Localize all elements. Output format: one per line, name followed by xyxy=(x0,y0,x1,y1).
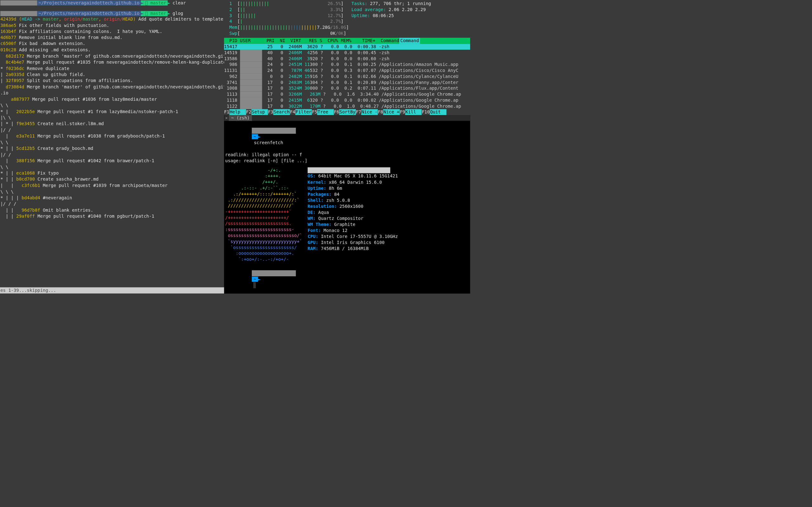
sysinfo-row: Font: Monaco 12 xyxy=(308,228,398,233)
sysinfo-row: OS: 64bit Mac OS X 10.11.6 15G1421 xyxy=(308,173,398,179)
git-log-output[interactable]: 42439d (HEAD -> master, origin/master, o… xyxy=(0,16,224,220)
log-line: 010c28 Add missing .md extensions. xyxy=(0,47,224,53)
log-line: \ \ xyxy=(0,139,224,146)
process-row[interactable]: 1113 17 0 3266M 263M ? 0.0 1.6 3:34.40 /… xyxy=(224,91,470,97)
prompt-line-1: ~/Projects/neveragaindottech.github.io ►… xyxy=(0,0,224,5)
log-line: 42439d (HEAD -> master, origin/master, o… xyxy=(0,16,224,22)
log-line: a887977 Merge pull request #1036 from la… xyxy=(0,96,224,102)
log-line: 386ae5 Fix other fields with punctuation… xyxy=(0,22,224,28)
log-line: c6500f Fix bad .mdown extension. xyxy=(0,41,224,47)
screenfetch-pane: × ~ (zsh) ~► screenfetch readlink: illeg… xyxy=(224,115,470,293)
log-line: * | | eca1068 Fix typo xyxy=(0,170,224,176)
log-line: 163b4f Fix affiliations containing colon… xyxy=(0,29,224,35)
log-line: 8c4b4e7 Merge pull request #1035 from ne… xyxy=(0,59,224,65)
process-row[interactable]: 15417 25 0 2406M 3620 ? 0.0 0.0 0:00.38 … xyxy=(224,44,470,50)
log-line: |\ \ xyxy=(0,115,224,121)
cpu-meter: 4 [| 2.7%] xyxy=(224,19,470,25)
sysinfo-row: WM Theme: Graphite xyxy=(308,222,398,228)
log-line: .io xyxy=(0,90,224,96)
log-line: | 2a0335d Clean up github field. xyxy=(0,72,224,78)
log-line: 4d6b77 Remove initial blank line from ed… xyxy=(0,35,224,41)
log-line: * f0236dc Remove duplicate xyxy=(0,66,224,72)
close-icon[interactable]: × xyxy=(224,115,229,120)
sysinfo-row: GPU: Intel Iris Graphics 6100 xyxy=(308,239,398,245)
log-line: * | | | bd4abd4 #neveragain xyxy=(0,195,224,201)
log-line: \ \ xyxy=(0,164,224,170)
process-row[interactable]: 1118 17 0 2415M 6320 ? 0.0 0.0 0:00.02 /… xyxy=(224,97,470,103)
prompt-line-2: ~/Projects/neveragaindottech.github.io ►… xyxy=(0,11,224,16)
sysinfo-row: RAM: 7456MiB / 16384MiB xyxy=(308,245,398,251)
sf-prompt: ~► screenfetch xyxy=(225,122,470,152)
process-row[interactable]: 962 0 0 2482M 15916 ? 0.0 0.1 0:02.66 /A… xyxy=(224,73,470,79)
git-log-pane: ~/Projects/neveragaindottech.github.io ►… xyxy=(0,0,224,293)
sf-error: readlink: illegal option -- f xyxy=(225,152,470,158)
sf-prompt-2[interactable]: ~► xyxy=(225,264,470,294)
log-line: * | 2022b5e Merge pull request #1 from l… xyxy=(0,109,224,115)
log-footer: es 1-39...skipping... xyxy=(0,287,224,293)
sysinfo-row: DE: Aqua xyxy=(308,210,398,216)
log-line: | * | f9e3455 Create neil.stoker.l8m.md xyxy=(0,121,224,127)
htop-fnkeys[interactable]: F1Help F2Setup F3SearchF4FilterF5Tree F6… xyxy=(224,109,470,115)
log-line: 682d172 Merge branch 'master' of github.… xyxy=(0,53,224,59)
log-line: | | 96d7b8f Omit blank entries. xyxy=(0,207,224,213)
log-line: |/ / xyxy=(0,127,224,133)
log-line: | | 29af0ff Merge pull request #1040 fro… xyxy=(0,213,224,219)
sysinfo-row: Resolution: 2560x1600 xyxy=(308,204,398,210)
process-row[interactable]: 14519 40 0 2406M 4256 ? 0.0 0.0 0:00.45 … xyxy=(224,50,470,56)
sysinfo-row: CPU: Intel Core i7-5557U @ 3.10GHz xyxy=(308,233,398,239)
log-line: | | c3fc6b1 Merge pull request #1039 fro… xyxy=(0,182,224,188)
sf-error: usage: readlink [-n] [file ...] xyxy=(225,158,470,164)
htop-process-list[interactable]: 15417 25 0 2406M 3620 ? 0.0 0.0 0:00.38 … xyxy=(224,44,470,109)
cpu-meter: 2 [|| 3.3%] Load average: 2.06 2.20 2.29 xyxy=(224,7,470,13)
process-row[interactable]: 3741 17 0 2483M 16304 ? 0.0 0.1 0:20.89 … xyxy=(224,79,470,86)
sysinfo-row: Kernel: x86_64 Darwin 15.6.0 xyxy=(308,179,398,185)
process-row[interactable]: 13586 40 0 2406M 3920 ? 0.0 0.0 0:00.60 … xyxy=(224,56,470,62)
log-line: | e3a7e11 Merge pull request #1038 from … xyxy=(0,133,224,139)
cpu-meter: 1 [||||||||||| 26.5%] Tasks: 277, 706 th… xyxy=(224,1,470,7)
process-row[interactable]: 1122 17 0 3022M 170M ? 0.0 1.0 0:48.27 /… xyxy=(224,103,470,109)
log-line: |/ / / xyxy=(0,201,224,207)
log-line: \ \ \ xyxy=(0,189,224,195)
apple-logo-ascii: -/+:. :++++. /+++/. .:-::- .+/:-``.::- .… xyxy=(225,167,302,262)
process-row[interactable]: 986 24 0 2451M 11300 ? 0.0 0.1 0:00.25 /… xyxy=(224,61,470,67)
log-line: * | | 5cd12b5 Create grady_booch.md xyxy=(0,146,224,152)
sysinfo-row: Packages: 84 xyxy=(308,191,398,198)
log-line: |/ / xyxy=(0,152,224,158)
sysinfo-row: WM: Quartz Compositor xyxy=(308,216,398,222)
process-row[interactable]: 11131 24 0 787M 46532 ? 0.0 0.3 0:07.07 … xyxy=(224,67,470,73)
sysinfo-row: Shell: zsh 5.0.8 xyxy=(308,198,398,204)
log-line: \ \ xyxy=(0,102,224,108)
htop-pane: 1 [||||||||||| 26.5%] Tasks: 277, 706 th… xyxy=(224,0,470,115)
log-line: | 32f8957 Split out occupations from aff… xyxy=(0,78,224,83)
htop-header[interactable]: PID USER PRI NI VIRT RES S CPU% MEM% TIM… xyxy=(224,38,470,44)
tab-title[interactable]: ~ (zsh) xyxy=(229,115,252,121)
log-line: | 388f156 Merge pull request #1042 from … xyxy=(0,158,224,164)
log-line: * | | b0cd700 Create sascha_brawer.md xyxy=(0,176,224,182)
cpu-meter: 3 [|||||| 12.7%] Uptime: 08:06:25 xyxy=(224,13,470,19)
log-line: d73084d Merge branch 'master' of github.… xyxy=(0,84,224,90)
process-row[interactable]: 1008 17 0 3524M 30000 ? 0.0 0.2 0:07.11 … xyxy=(224,86,470,92)
tab-bar[interactable]: × ~ (zsh) xyxy=(224,115,470,121)
sysinfo-row: Uptime: 8h 6m xyxy=(308,185,398,191)
